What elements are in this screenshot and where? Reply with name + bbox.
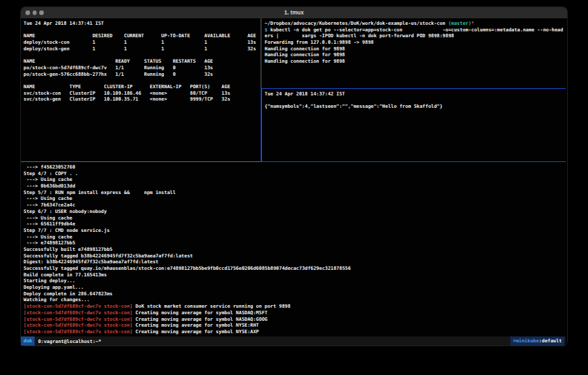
terminal-line: ---> Using cache xyxy=(24,215,566,221)
terminal-line: {"numsymbols":4,"lastseen":"","message":… xyxy=(265,103,566,110)
terminal-line: Deploying app.yaml... xyxy=(24,284,566,291)
terminal-line: Tue 24 Apr 2018 14:37:42 IST xyxy=(265,91,566,97)
terminal-line: [stock-con-5d7df689cf-dwc7v stock-con] C… xyxy=(24,322,566,329)
terminal-line xyxy=(24,77,261,84)
terminal-line: ---> 7b6347ce2a4c xyxy=(24,202,566,208)
terminal-line: svc/stock-con ClusterIP 10.109.186.46 <n… xyxy=(24,90,261,97)
terminal-line: deploy/stock-gen 1 1 1 1 32s xyxy=(24,46,261,52)
terminal-line: Handling connection for 9898 xyxy=(265,46,566,52)
terminal-line: NAME READY STATUS RESTARTS AGE xyxy=(24,58,261,65)
terminal-line xyxy=(24,27,261,33)
terminal-line: NAME TYPE CLUSTER-IP EXTERNAL-IP PORT(S)… xyxy=(24,84,261,90)
kube-namespace: :default xyxy=(539,338,562,344)
terminal-line: ---> Using cache xyxy=(24,234,566,240)
pane-curl-output[interactable]: Tue 24 Apr 2018 14:37:42 IST{"numsymbols… xyxy=(262,89,566,161)
terminal-line: Watching for changes... xyxy=(24,297,566,303)
terminal-line: Handling connection for 9898 xyxy=(265,58,566,65)
tmux-status-bar: dok 0:vagrant@localhost:~* ☸minikube:def… xyxy=(21,336,566,346)
zoom-window-button[interactable] xyxy=(39,10,44,15)
terminal-line: Deploy complete in 286.647823ms xyxy=(24,291,566,297)
terminal-line: Step 7/7 : CMD node service.js xyxy=(24,227,566,234)
terminal-line: ---> Using cache xyxy=(24,176,566,183)
terminal-line: ers | xargs -IPOD kubectl -n dok port-fo… xyxy=(265,33,566,39)
terminal-line: Step 4/7 : COPY . . xyxy=(24,171,566,177)
pane-kubectl-watch[interactable]: Tue 24 Apr 2018 14:37:41 ISTNAME DESIRED… xyxy=(21,18,261,161)
terminal-line: Starting deploy... xyxy=(24,278,566,284)
window-title: 1. tmux xyxy=(21,7,567,18)
terminal-line: Build complete in 77.165413ms xyxy=(24,272,566,278)
terminal-line: Successfully built e74898127bb5 xyxy=(24,246,566,253)
active-pane-divider-vertical[interactable] xyxy=(261,88,262,162)
tmux-window-label[interactable]: 0:vagrant@localhost:~* xyxy=(38,338,101,344)
terminal-line: [stock-con-5d7df689cf-dwc7v stock-con] C… xyxy=(24,329,566,335)
terminal-line: Forwarding from 127.0.0.1:9898 -> 9898 xyxy=(265,39,566,46)
terminal-line: ~/Dropbox/advocacy/Kubernetes/DoK/work/d… xyxy=(265,20,566,27)
terminal-line xyxy=(24,52,261,58)
active-pane-divider-bottom[interactable] xyxy=(261,161,566,162)
terminal-line: po/stock-con-5d7df689cf-dwc7v 1/1 Runnin… xyxy=(24,65,261,71)
terminal-line: ---> 65611ff9db4e xyxy=(24,221,566,227)
terminal-line: po/stock-gen-576cc688bb-277hx 1/1 Runnin… xyxy=(24,71,261,78)
tmux-session: Tue 24 Apr 2018 14:37:41 ISTNAME DESIRED… xyxy=(21,18,566,346)
pane-port-forward[interactable]: ~/Dropbox/advocacy/Kubernetes/DoK/work/d… xyxy=(262,18,566,88)
window-controls xyxy=(25,10,44,15)
minimize-window-button[interactable] xyxy=(33,10,37,15)
terminal-line: ---> e74898127bb5 xyxy=(24,240,566,246)
terminal-line: Handling connection for 9898 xyxy=(265,52,566,58)
active-pane-divider-top[interactable] xyxy=(262,88,566,89)
terminal-line xyxy=(265,97,566,104)
terminal-window: 1. tmux Tue 24 Apr 2018 14:37:41 ISTNAME… xyxy=(21,7,567,346)
close-window-button[interactable] xyxy=(25,10,30,15)
pane-skaffold-log[interactable]: ---> f45623052760Step 4/7 : COPY . . ---… xyxy=(21,162,566,336)
kube-context-name: minikube xyxy=(516,338,539,344)
terminal-line: [stock-con-5d7df689cf-dwc7v stock-con] D… xyxy=(24,303,566,310)
terminal-line: Step 5/7 : RUN npm install express && np… xyxy=(24,189,566,196)
session-name-badge[interactable]: dok xyxy=(21,336,35,346)
terminal-line: ---> f45623052760 xyxy=(24,164,566,171)
terminal-line: Tue 24 Apr 2018 14:37:41 IST xyxy=(24,20,261,27)
terminal-line: Step 6/7 : USER nobody:nobody xyxy=(24,208,566,215)
terminal-line: [stock-con-5d7df689cf-dwc7v stock-con] C… xyxy=(24,316,566,323)
terminal-line: NAME DESIRED CURRENT UP-TO-DATE AVAILABL… xyxy=(24,33,261,39)
terminal-line: ---> 0b636bd013dd xyxy=(24,183,566,189)
pane-divider-horizontal[interactable] xyxy=(21,161,261,162)
terminal-line: svc/stock-gen ClusterIP 10.100.35.71 <no… xyxy=(24,96,261,103)
terminal-line: $ kubectl -n dok get po --selector=app=s… xyxy=(265,27,566,33)
kube-context-badge: ☸minikube:default xyxy=(510,336,564,346)
terminal-line: ---> Using cache xyxy=(24,195,566,202)
terminal-line: Successfully tagged b38b42246945fd7f32c5… xyxy=(24,253,566,259)
pane-divider-vertical[interactable] xyxy=(261,18,261,89)
window-titlebar[interactable]: 1. tmux xyxy=(21,7,567,18)
terminal-line: deploy/stock-con 1 1 1 1 13s xyxy=(24,39,261,46)
terminal-line: [stock-con-5d7df689cf-dwc7v stock-con] C… xyxy=(24,310,566,316)
terminal-line: Successfully tagged quay.io/mhausenblas/… xyxy=(24,265,566,272)
terminal-line: Digest: b38b42246945fd7f32c5ba9aea7af7fd… xyxy=(24,259,566,265)
